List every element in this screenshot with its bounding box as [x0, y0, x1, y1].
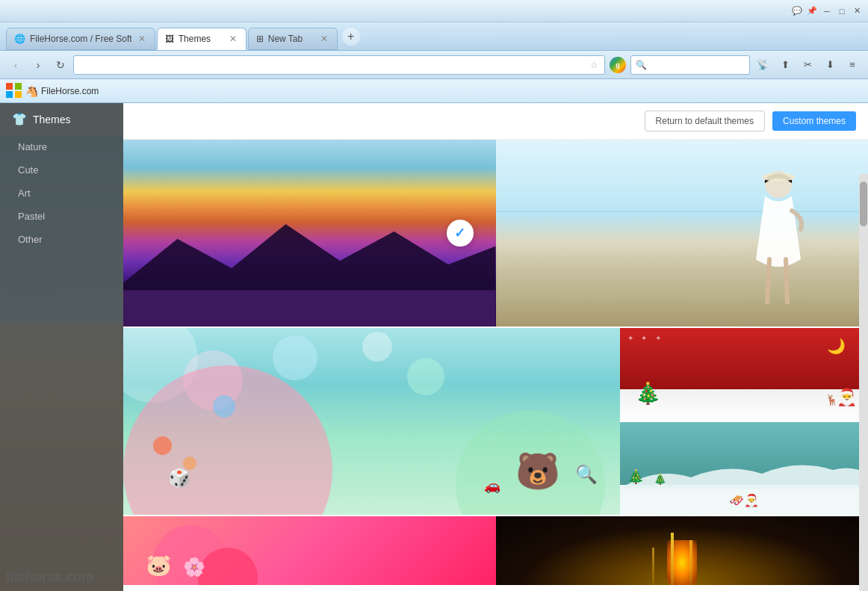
tab-themes-close[interactable]: ✕	[228, 32, 238, 46]
refresh-button[interactable]: ↻	[51, 55, 70, 75]
scrollbar-thumb[interactable]	[860, 182, 867, 226]
sidebar-item-cute[interactable]: Cute	[0, 158, 123, 182]
nav-bar: ‹ › ↻ ☆ g 🔍 📡 ⬆ ✂ ⬇ ≡	[0, 51, 868, 79]
cut-icon[interactable]: ✂	[798, 55, 817, 75]
sidebar-themes-label: Themes	[33, 114, 71, 126]
sidebar-item-nature[interactable]: Nature	[0, 135, 123, 158]
bookmark-icon[interactable]: ☆	[590, 60, 598, 70]
toolbar: 🐴 FileHorse.com	[0, 79, 868, 103]
theme-cell-sunset[interactable]: ✓	[123, 140, 496, 327]
tab-newtab-icon: ⊞	[256, 34, 264, 44]
theme-row-2-right: ✦ ✦ ✦ 🌙 🎄 🎅 🦌	[620, 328, 868, 515]
upload-icon[interactable]: ⬆	[775, 55, 795, 75]
action-bar: Return to default themes Custom themes	[123, 103, 868, 140]
maximize-button[interactable]: □	[837, 6, 847, 16]
cast-icon[interactable]: 📡	[753, 55, 772, 75]
forward-button[interactable]: ›	[28, 55, 48, 75]
search-box[interactable]: 🔍	[630, 55, 750, 75]
theme-row-1: ✓	[123, 140, 868, 328]
theme-cell-lantern[interactable]	[496, 516, 869, 585]
theme-cell-christmas-red[interactable]: ✦ ✦ ✦ 🌙 🎄 🎅 🦌	[620, 328, 868, 421]
ms-logo	[6, 83, 22, 99]
download-icon[interactable]: ⬇	[820, 55, 840, 75]
back-button[interactable]: ‹	[6, 55, 25, 75]
theme-row-2: 🎲 🐻 🔍 🚗 ✦ ✦ ✦	[123, 328, 868, 516]
sidebar-item-other[interactable]: Other	[0, 228, 123, 251]
content-area: filehorse.com 👕 Themes Nature Cute Art P…	[0, 103, 868, 591]
tab-themes-icon: 🖼	[165, 34, 174, 44]
toolbar-site-label: FileHorse.com	[41, 86, 99, 96]
theme-cell-cartoon[interactable]: 🎲 🐻 🔍 🚗	[123, 328, 620, 515]
toolbar-logo[interactable]: 🐴 FileHorse.com	[6, 83, 99, 99]
tab-filehorse[interactable]: 🌐 FileHorse.com / Free Soft ✕	[6, 28, 155, 50]
tab-newtab-close[interactable]: ✕	[319, 32, 329, 46]
title-bar: 💬 📌 ─ □ ✕	[0, 0, 868, 22]
theme-cell-beach[interactable]: · · ·	[496, 140, 869, 327]
sidebar-themes-section[interactable]: 👕 Themes	[0, 103, 123, 135]
tab-bar: 🌐 FileHorse.com / Free Soft ✕ 🖼 Themes ✕…	[0, 22, 868, 51]
google-btn[interactable]: g	[608, 55, 627, 75]
tab-filehorse-icon: 🌐	[14, 34, 25, 44]
minimize-button[interactable]: ─	[822, 6, 832, 16]
scrollbar-track	[859, 174, 868, 591]
sidebar-item-pastel[interactable]: Pastel	[0, 205, 123, 228]
theme-cell-winter[interactable]: 🎄 🎄 🛷🎅	[620, 422, 868, 515]
tab-filehorse-label: FileHorse.com / Free Soft	[30, 34, 132, 44]
theme-cell-pink[interactable]: 🐷 🌸	[123, 516, 496, 585]
tab-newtab-label: New Tab	[268, 34, 314, 44]
search-icon: 🔍	[636, 60, 647, 70]
return-to-default-button[interactable]: Return to default themes	[645, 111, 765, 131]
tab-themes-label: Themes	[179, 34, 223, 44]
tab-newtab[interactable]: ⊞ New Tab ✕	[248, 28, 338, 50]
theme-row-3: 🐷 🌸	[123, 516, 868, 585]
sidebar: 👕 Themes Nature Cute Art Pastel Other	[0, 103, 123, 591]
tab-themes[interactable]: 🖼 Themes ✕	[157, 28, 247, 50]
pin-icon[interactable]: 📌	[807, 6, 817, 16]
new-tab-button[interactable]: +	[342, 28, 360, 46]
main-panel: Return to default themes Custom themes	[123, 103, 868, 591]
themes-icon: 👕	[12, 112, 27, 126]
chat-icon[interactable]: 💬	[792, 6, 802, 16]
close-button[interactable]: ✕	[852, 6, 862, 16]
sidebar-item-art[interactable]: Art	[0, 182, 123, 205]
tab-filehorse-close[interactable]: ✕	[137, 32, 147, 46]
address-bar[interactable]: ☆	[73, 55, 605, 75]
browser-frame: 💬 📌 ─ □ ✕ 🌐 FileHorse.com / Free Soft ✕ …	[0, 0, 868, 591]
custom-themes-button[interactable]: Custom themes	[772, 111, 856, 131]
menu-icon[interactable]: ≡	[843, 55, 862, 75]
google-icon: g	[610, 57, 626, 73]
